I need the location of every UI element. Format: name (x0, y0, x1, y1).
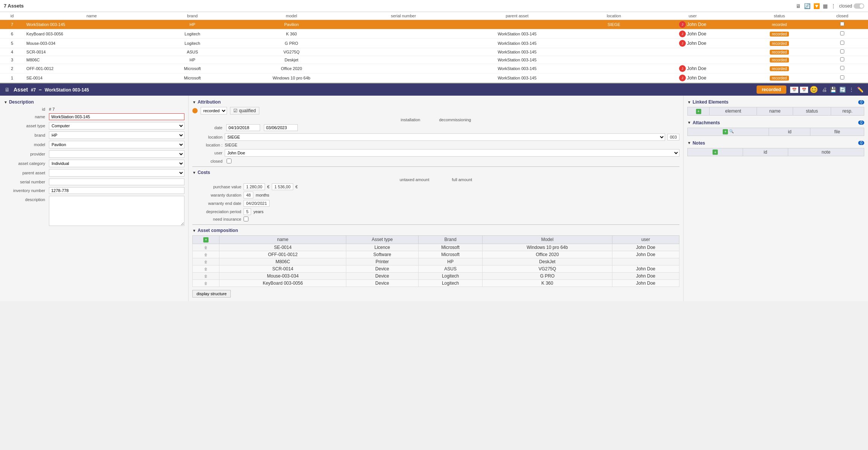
col-name[interactable]: name (24, 12, 159, 20)
linked-element-col[interactable]: element (710, 107, 757, 116)
serial-input[interactable] (49, 178, 184, 185)
desc-chevron[interactable]: ▼ (4, 100, 8, 104)
col-model[interactable]: model (225, 12, 357, 20)
col-location[interactable]: location (585, 12, 643, 20)
notes-note-col[interactable]: note (788, 148, 864, 156)
comp-chevron[interactable]: ▼ (192, 229, 196, 233)
display-structure-button[interactable]: display structure (192, 290, 231, 297)
linked-chevron[interactable]: ▼ (687, 100, 691, 104)
comp-row[interactable]: 🗑 SCR-0014 Device ASUS VG275Q John Doe (193, 265, 679, 272)
delete-icon[interactable]: 🗑 (204, 246, 208, 250)
costs-chevron[interactable]: ▼ (192, 171, 196, 175)
closed-cb[interactable] (840, 31, 844, 35)
linked-status-col[interactable]: status (793, 107, 831, 116)
refresh-icon[interactable]: 🔄 (804, 3, 810, 9)
delete-icon[interactable]: 🗑 (204, 253, 208, 257)
recorded-button[interactable]: recorded (757, 85, 786, 94)
col-brand[interactable]: brand (159, 12, 225, 20)
delete-icon[interactable]: 🗑 (204, 274, 208, 278)
comp-add-button[interactable]: + (203, 237, 209, 243)
save-icon[interactable]: 💾 (830, 87, 836, 93)
closed-cb[interactable] (840, 75, 844, 79)
cell-status: recorded (742, 73, 817, 83)
linked-toggle[interactable]: 0 (858, 100, 864, 104)
table-row[interactable]: 3 M806C HP Deskjet WorkStation 003-145 r… (0, 56, 868, 64)
refresh2-icon[interactable]: 🔄 (839, 87, 846, 93)
attach-search-icon[interactable]: 🔍 (729, 129, 734, 134)
closed-toggle-switch[interactable] (854, 3, 864, 9)
calendar-icon-2[interactable]: 📅 (800, 87, 808, 93)
columns-icon[interactable]: ▦ (823, 3, 828, 9)
linked-resp-col[interactable]: resp. (831, 107, 864, 116)
description-textarea[interactable] (49, 196, 184, 226)
attr-chevron[interactable]: ▼ (192, 100, 196, 104)
notes-add-button[interactable]: + (713, 149, 718, 155)
col-serial[interactable]: serial number (357, 12, 449, 20)
filter-icon[interactable]: 🔽 (813, 3, 820, 9)
comp-model-col[interactable]: Model (483, 236, 612, 244)
comp-row[interactable]: 🗑 KeyBoard 003-0056 Device Logitech K 36… (193, 279, 679, 287)
inventory-input[interactable] (49, 187, 184, 194)
table-row[interactable]: 4 SCR-0014 ASUS VG275Q WorkStation 003-1… (0, 48, 868, 56)
asset-category-select[interactable]: Individual (49, 160, 184, 167)
status-select[interactable]: recorded (201, 107, 227, 114)
brand-select[interactable]: HP (49, 131, 184, 139)
comp-row[interactable]: 🗑 M806C Printer HP DeskJet (193, 258, 679, 265)
attach-toggle[interactable]: 0 (858, 121, 864, 125)
attach-add-button[interactable]: + (723, 129, 728, 134)
location-select[interactable]: SIEGE (225, 133, 665, 141)
comp-row[interactable]: 🗑 Mouse-003-034 Device Logitech G PRO Jo… (193, 272, 679, 279)
asset-type-select[interactable]: Computer (49, 122, 184, 130)
attach-file-col[interactable]: file (810, 128, 864, 136)
parent-asset-select[interactable] (49, 169, 184, 177)
detail-content: ▼ Description id # 7 name asset type Com… (0, 96, 868, 301)
install-date-input[interactable] (226, 124, 260, 131)
user-select[interactable]: John Doe (225, 149, 679, 157)
closed-cb[interactable] (840, 41, 844, 45)
comp-type-col[interactable]: Asset type (346, 236, 419, 244)
comp-row[interactable]: 🗑 SE-0014 Licence Microsoft Windows 10 p… (193, 244, 679, 251)
linked-add-button[interactable]: + (696, 109, 701, 114)
linked-name-col[interactable]: name (757, 107, 793, 116)
col-parent[interactable]: parent asset (449, 12, 585, 20)
closed-cb[interactable] (840, 57, 844, 61)
col-user[interactable]: user (643, 12, 742, 20)
provider-select[interactable] (49, 150, 184, 158)
table-row[interactable]: 1 SE-0014 Microsoft Windows 10 pro 64b W… (0, 73, 868, 83)
monitor-icon[interactable]: 🖥 (796, 3, 801, 9)
print-icon[interactable]: 🖨 (822, 87, 827, 93)
col-status[interactable]: status (742, 12, 817, 20)
comp-name-col[interactable]: name (219, 236, 346, 244)
delete-icon[interactable]: 🗑 (204, 281, 208, 285)
delete-icon[interactable]: 🗑 (204, 267, 208, 271)
attach-id-col[interactable]: id (769, 128, 810, 136)
emoji-icon[interactable]: 😊 (810, 85, 818, 94)
comp-brand-col[interactable]: Brand (418, 236, 483, 244)
notes-chevron[interactable]: ▼ (687, 141, 691, 145)
decomm-date-input[interactable] (264, 124, 298, 131)
calendar-icon-1[interactable]: 📅 (790, 87, 798, 93)
table-row[interactable]: 6 KeyBoard 003-0056 Logitech K 360 WorkS… (0, 29, 868, 39)
qualified-button[interactable]: ☑ qualified (230, 107, 259, 114)
closed-cb[interactable] (840, 66, 844, 70)
delete-icon[interactable]: 🗑 (204, 260, 208, 264)
table-row[interactable]: 5 Mouse-003-034 Logitech G PRO WorkStati… (0, 39, 868, 48)
closed-cb[interactable] (840, 22, 844, 26)
model-select[interactable]: Pavilion (49, 141, 184, 148)
table-row[interactable]: 7 WorkStation 003-145 HP Pavilion SIEGE … (0, 20, 868, 29)
col-id[interactable]: id (0, 12, 24, 20)
closed-cb[interactable] (840, 49, 844, 53)
name-input[interactable] (49, 113, 184, 120)
edit-icon[interactable]: ✏️ (857, 87, 863, 93)
more-icon[interactable]: ⋮ (831, 3, 836, 9)
table-row[interactable]: 2 OFF-001-0012 Microsoft Office 2020 Wor… (0, 64, 868, 73)
comp-row[interactable]: 🗑 OFF-001-0012 Software Microsoft Office… (193, 251, 679, 258)
comp-user-col[interactable]: user (612, 236, 679, 244)
notes-id-col[interactable]: id (743, 148, 788, 156)
insurance-checkbox[interactable] (244, 217, 248, 221)
closed-checkbox[interactable] (227, 159, 231, 163)
notes-toggle[interactable]: 0 (858, 141, 864, 145)
col-closed[interactable]: closed (816, 12, 868, 20)
attach-chevron[interactable]: ▼ (687, 121, 691, 125)
menu-icon[interactable]: ⋮ (849, 87, 854, 93)
